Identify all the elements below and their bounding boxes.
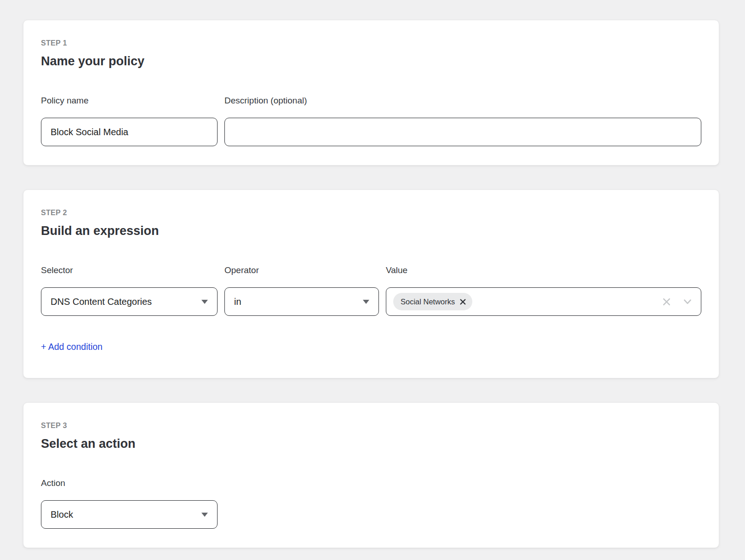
operator-dropdown[interactable]: in	[224, 287, 379, 316]
action-dropdown-value: Block	[51, 509, 73, 520]
selector-field: Selector DNS Content Categories	[41, 265, 218, 316]
clear-value-icon[interactable]	[662, 297, 671, 307]
remove-tag-icon[interactable]	[460, 299, 466, 305]
policy-name-input[interactable]	[41, 118, 218, 146]
action-field: Action Block	[41, 478, 218, 529]
step-1-card: STEP 1 Name your policy Policy name Desc…	[23, 20, 719, 166]
step-3-label: STEP 3	[41, 421, 701, 430]
operator-dropdown-value: in	[234, 297, 241, 307]
action-label: Action	[41, 478, 218, 489]
value-tag: Social Networks	[393, 293, 472, 310]
step-2-card: STEP 2 Build an expression Selector DNS …	[23, 189, 719, 378]
description-input[interactable]	[224, 118, 701, 146]
step-1-title: Name your policy	[41, 53, 701, 69]
name-fields-row: Policy name Description (optional)	[41, 95, 701, 146]
description-label: Description (optional)	[224, 95, 701, 106]
policy-name-label: Policy name	[41, 95, 218, 106]
step-1-label: STEP 1	[41, 39, 701, 47]
operator-field: Operator in	[224, 265, 379, 316]
step-3-card: STEP 3 Select an action Action Block	[23, 402, 719, 548]
chevron-down-icon[interactable]	[682, 297, 693, 307]
selector-dropdown-value: DNS Content Categories	[51, 297, 152, 307]
add-condition-link[interactable]: + Add condition	[41, 341, 103, 352]
step-2-title: Build an expression	[41, 223, 701, 239]
value-multiselect[interactable]: Social Networks	[386, 287, 701, 316]
policy-builder-page: STEP 1 Name your policy Policy name Desc…	[0, 0, 745, 560]
dropdown-caret-icon	[201, 300, 208, 304]
dropdown-caret-icon	[363, 300, 369, 304]
value-label: Value	[386, 265, 701, 276]
description-field: Description (optional)	[224, 95, 701, 146]
dropdown-caret-icon	[201, 513, 208, 517]
action-row: Action Block	[41, 478, 701, 529]
operator-label: Operator	[224, 265, 379, 276]
selector-dropdown[interactable]: DNS Content Categories	[41, 287, 218, 316]
expression-row: Selector DNS Content Categories Operator…	[41, 265, 701, 316]
step-2-label: STEP 2	[41, 208, 701, 217]
step-3-title: Select an action	[41, 435, 701, 452]
value-field: Value Social Networks	[386, 265, 701, 316]
value-tag-text: Social Networks	[401, 297, 455, 306]
policy-name-field: Policy name	[41, 95, 218, 146]
action-dropdown[interactable]: Block	[41, 500, 218, 529]
selector-label: Selector	[41, 265, 218, 276]
